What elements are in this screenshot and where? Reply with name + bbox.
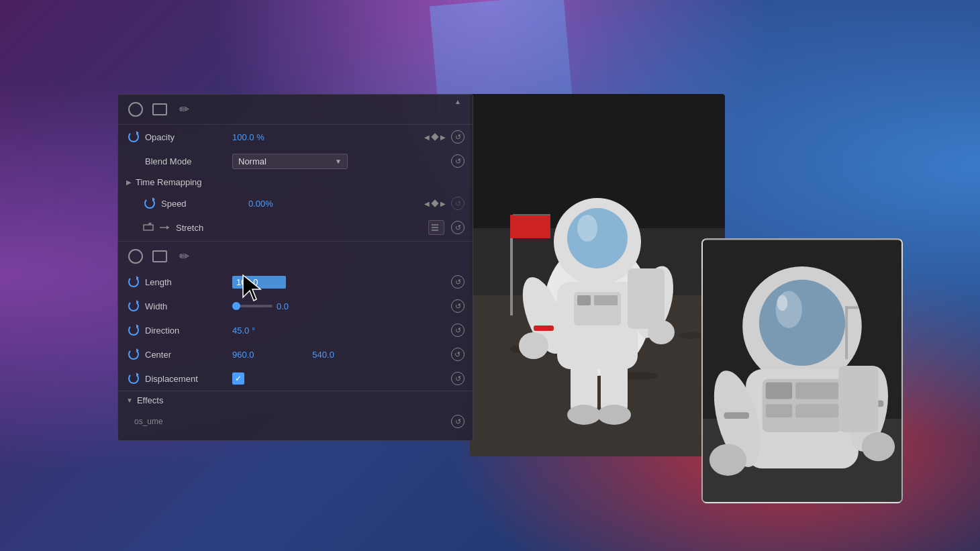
direction-value[interactable]: 45.0 °	[232, 325, 342, 336]
speed-value[interactable]: 0.00%	[248, 199, 424, 209]
circle-tool-2-icon[interactable]	[126, 247, 145, 266]
blend-mode-arrow: ▼	[335, 158, 342, 165]
width-reset-button[interactable]: ↺	[451, 299, 464, 313]
width-slider-thumb[interactable]	[232, 302, 240, 310]
svg-point-45	[709, 444, 746, 476]
bottom-reset-button[interactable]: ↺	[451, 415, 464, 428]
opacity-reset-button[interactable]: ↺	[451, 130, 464, 144]
displacement-reset-button[interactable]: ↺	[451, 372, 464, 385]
length-input[interactable]	[232, 276, 286, 289]
stretch-icons	[142, 221, 170, 234]
width-value[interactable]: 0.0	[277, 301, 451, 311]
pen-tool-2-icon[interactable]: ✏	[175, 247, 193, 266]
svg-point-12	[567, 208, 628, 268]
svg-point-16	[519, 332, 548, 359]
direction-cycle-icon	[126, 323, 141, 338]
blend-mode-label: Blend Mode	[145, 156, 232, 166]
effects-label: Effects	[137, 395, 164, 405]
svg-rect-47	[838, 366, 878, 432]
bottom-row: os_ume ↺	[118, 409, 473, 434]
svg-point-32	[759, 280, 845, 366]
width-slider-track[interactable]	[232, 305, 273, 307]
panel-toolbar: ✏	[118, 95, 473, 125]
speed-label: Speed	[161, 199, 248, 209]
stretch-arrow-icon	[158, 221, 170, 234]
blend-mode-value: Normal	[238, 156, 266, 166]
svg-rect-40	[795, 404, 838, 417]
stretch-reset-button[interactable]: ↺	[451, 221, 464, 234]
svg-rect-39	[766, 404, 792, 417]
astronaut-small-image	[701, 238, 903, 503]
width-slider-container: 0.0	[232, 301, 451, 311]
stretch-label: Stretch	[176, 223, 428, 233]
center-reset-button[interactable]: ↺	[451, 348, 464, 361]
svg-point-23	[597, 405, 631, 425]
direction-reset-button[interactable]: ↺	[451, 323, 464, 337]
effects-collapse-arrow: ▼	[126, 397, 133, 404]
astronaut-main-image	[470, 94, 725, 456]
center-row: Center 960.0 540.0 ↺	[118, 342, 473, 366]
center-x-value[interactable]: 960.0	[232, 350, 301, 360]
length-reset-button[interactable]: ↺	[451, 275, 464, 289]
displacement-checkbox[interactable]: ✓	[232, 372, 244, 385]
svg-point-22	[567, 405, 601, 425]
checkbox-check-icon: ✓	[235, 374, 242, 383]
speed-keyframe-diamond[interactable]	[431, 199, 438, 207]
effects-section[interactable]: ▲ ▼ Effects	[118, 391, 473, 409]
speed-keyframe-controls: ◀ ▶	[424, 200, 446, 207]
direction-row: Direction 45.0 ° ↺	[118, 318, 473, 342]
displacement-label: Displacement	[145, 374, 232, 384]
svg-rect-24	[628, 268, 665, 329]
opacity-value[interactable]: 100.0 %	[232, 132, 424, 142]
length-label: Length	[145, 277, 232, 287]
svg-rect-38	[795, 383, 838, 399]
bottom-label: os_ume	[126, 414, 171, 429]
blend-mode-dropdown[interactable]: Normal ▼	[232, 154, 348, 169]
svg-rect-37	[766, 383, 792, 399]
width-row: Width 0.0 ↺	[118, 294, 473, 318]
svg-point-46	[862, 432, 895, 461]
properties-panel: ✏ Opacity 100.0 % ◀ ▶ ↺ Blend Mode Norma…	[117, 94, 473, 441]
speed-cycle-icon	[142, 196, 157, 211]
speed-prev-keyframe[interactable]: ◀	[424, 200, 430, 207]
center-cycle-icon	[126, 347, 141, 362]
opacity-prev-keyframe[interactable]: ◀	[424, 134, 430, 141]
svg-rect-18	[534, 325, 554, 331]
time-remapping-arrow: ▶	[126, 179, 132, 186]
blend-mode-reset-button[interactable]: ↺	[451, 154, 464, 168]
speed-next-keyframe[interactable]: ▶	[440, 200, 446, 207]
width-label: Width	[145, 301, 232, 311]
opacity-next-keyframe[interactable]: ▶	[440, 134, 446, 141]
opacity-keyframe-diamond[interactable]	[431, 133, 438, 140]
opacity-keyframe-controls: ◀ ▶	[424, 134, 446, 141]
displacement-row: Displacement ✓ ↺	[118, 366, 473, 391]
svg-marker-53	[166, 226, 169, 230]
svg-rect-10	[594, 295, 618, 305]
svg-point-13	[577, 215, 597, 242]
width-cycle-icon	[126, 299, 141, 313]
separator-1	[118, 241, 473, 242]
stretch-row: Stretch ↺	[118, 215, 473, 240]
stretch-rect-icon	[142, 221, 154, 234]
stretch-list-button[interactable]	[428, 220, 444, 235]
rect-tool-2-icon[interactable]	[150, 247, 169, 266]
svg-point-5	[678, 332, 705, 339]
opacity-label: Opacity	[145, 132, 232, 142]
svg-point-34	[777, 295, 788, 311]
svg-rect-43	[724, 412, 749, 419]
blend-mode-row: Blend Mode Normal ▼ ↺	[118, 149, 473, 173]
svg-rect-49	[845, 306, 859, 309]
speed-row: Speed 0.00% ◀ ▶ ↺	[118, 191, 473, 215]
time-remapping-section: ▶ Time Remapping	[118, 173, 473, 191]
scroll-up-button[interactable]: ▲	[451, 95, 464, 108]
displacement-cycle-icon	[126, 371, 141, 386]
center-y-value[interactable]: 540.0	[312, 350, 381, 360]
center-label: Center	[145, 350, 232, 360]
time-remapping-label: Time Remapping	[136, 177, 202, 187]
rect-tool-icon[interactable]	[150, 100, 169, 119]
circle-tool-icon[interactable]	[126, 100, 145, 119]
speed-reset-button[interactable]: ↺	[451, 197, 464, 210]
svg-rect-9	[577, 295, 591, 305]
svg-rect-26	[510, 215, 550, 238]
pen-tool-icon[interactable]: ✏	[175, 100, 193, 119]
